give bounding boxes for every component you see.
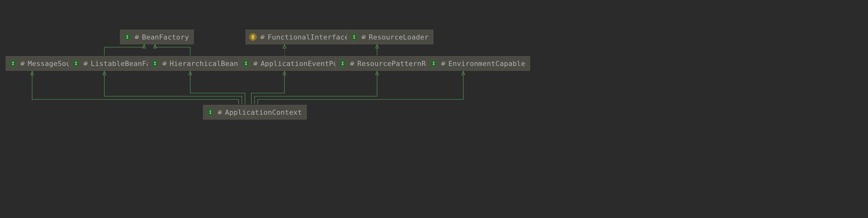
interface-icon: I bbox=[9, 60, 17, 67]
lock-icon bbox=[260, 35, 265, 39]
node-resource-loader[interactable]: I ResourceLoader bbox=[347, 30, 433, 44]
lock-icon bbox=[350, 61, 354, 66]
interface-icon: I bbox=[207, 108, 214, 116]
lock-icon bbox=[83, 61, 88, 66]
lock-icon bbox=[361, 35, 366, 39]
node-bean-factory[interactable]: I BeanFactory bbox=[120, 30, 194, 44]
node-label: ResourceLoader bbox=[369, 33, 429, 41]
interface-icon: I bbox=[242, 60, 250, 67]
node-functional-interface[interactable]: @ FunctionalInterface bbox=[246, 30, 353, 44]
interface-icon: I bbox=[339, 60, 346, 67]
interface-icon: I bbox=[350, 33, 358, 41]
node-label: BeanFactory bbox=[142, 33, 189, 41]
node-label: FunctionalInterface bbox=[268, 33, 349, 41]
node-label: EnvironmentCapable bbox=[448, 60, 525, 67]
lock-icon bbox=[134, 35, 139, 39]
lock-icon bbox=[20, 61, 25, 66]
lock-icon bbox=[441, 61, 445, 66]
interface-icon: I bbox=[72, 60, 80, 67]
interface-icon: I bbox=[430, 60, 437, 67]
lock-icon bbox=[162, 61, 166, 66]
interface-icon: I bbox=[151, 60, 159, 67]
lock-icon bbox=[217, 110, 222, 114]
lock-icon bbox=[253, 61, 257, 66]
node-environment-capable[interactable]: I EnvironmentCapable bbox=[426, 56, 530, 71]
interface-icon: I bbox=[123, 33, 131, 41]
node-label: ApplicationContext bbox=[225, 108, 302, 116]
annotation-icon: @ bbox=[249, 33, 257, 41]
node-application-context[interactable]: I ApplicationContext bbox=[203, 105, 307, 119]
uml-hierarchy-canvas: I BeanFactory @ FunctionalInterface I Re… bbox=[0, 0, 868, 218]
